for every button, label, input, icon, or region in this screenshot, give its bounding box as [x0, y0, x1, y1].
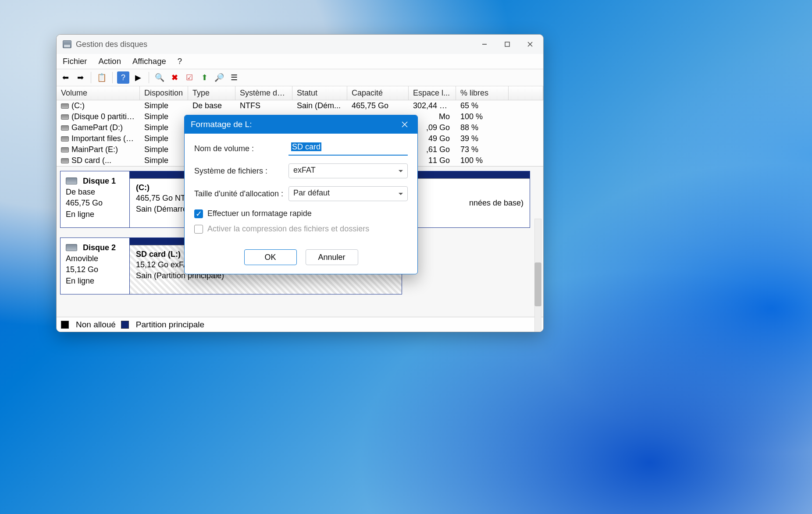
list-icon[interactable]: ☰ [228, 71, 240, 84]
close-button[interactable] [519, 35, 541, 54]
volume-icon [61, 147, 69, 152]
dialog-title: Formatage de L: [191, 120, 252, 129]
svg-rect-1 [505, 42, 509, 46]
partition-right: nnées de base) [469, 199, 524, 207]
dialog-close-icon[interactable] [398, 118, 411, 131]
volume-list-header: Volume Disposition Type Système de... St… [57, 86, 543, 100]
volume-name-label: Nom de volume : [194, 144, 288, 153]
allocation-label: Taille d'unité d'allocation : [194, 189, 288, 199]
compression-label: Activer la compression des fichiers et d… [207, 224, 369, 234]
partition-title: (C:) [136, 183, 150, 192]
disk-base: De base [66, 188, 95, 196]
col-pct[interactable]: % libres [456, 86, 509, 100]
disk-info: Disque 1 De base 465,75 Go En ligne [61, 171, 130, 227]
legend-unallocated: Non alloué [76, 320, 116, 330]
volume-icon [61, 103, 69, 109]
col-capacity[interactable]: Capacité [347, 86, 409, 100]
ok-button[interactable]: OK [244, 249, 297, 265]
col-disposition[interactable]: Disposition [140, 86, 188, 100]
legend-primary: Partition principale [136, 320, 204, 330]
refresh-icon[interactable]: 🔍 [153, 71, 166, 84]
help-icon[interactable]: ? [117, 71, 129, 84]
cancel-button[interactable]: Annuler [306, 249, 358, 265]
titlebar[interactable]: Gestion des disques [57, 35, 543, 54]
play-icon[interactable]: ▶ [132, 71, 144, 84]
minimize-button[interactable] [473, 35, 496, 54]
filesystem-select[interactable]: exFAT [288, 163, 408, 178]
toolbar: ⬅ ➡ 📋 ? ▶ 🔍 ✖ ☑ ⬆ 🔎 ☰ [57, 69, 543, 86]
quick-format-checkbox[interactable]: ✓ [194, 209, 203, 218]
format-dialog: Formatage de L: Nom de volume : SD card … [184, 115, 418, 274]
menu-fichier[interactable]: Fichier [63, 57, 87, 66]
disk-name: Disque 1 [83, 177, 116, 185]
allocation-select[interactable]: Par défaut [288, 186, 408, 201]
quick-format-label: Effectuer un formatage rapide [207, 209, 312, 218]
menu-affichage[interactable]: Affichage [132, 57, 166, 66]
allocation-value: Par défaut [293, 188, 330, 197]
app-icon [63, 40, 71, 48]
col-volume[interactable]: Volume [57, 86, 140, 100]
disk-name: Disque 2 [83, 243, 116, 252]
maximize-button[interactable] [496, 35, 519, 54]
swatch-primary [121, 321, 129, 329]
window-title: Gestion des disques [76, 40, 147, 49]
volume-name-input[interactable]: SD card [288, 142, 408, 156]
disk-icon [66, 244, 77, 251]
compression-checkbox[interactable] [194, 225, 203, 234]
col-fs[interactable]: Système de... [235, 86, 292, 100]
search-icon[interactable]: 🔎 [213, 71, 225, 84]
menu-action[interactable]: Action [99, 57, 121, 66]
disk-state: En ligne [66, 276, 94, 285]
volume-icon [61, 136, 69, 142]
partition-title: SD card (L:) [136, 250, 181, 259]
volume-icon [61, 158, 69, 163]
scrollbar-thumb[interactable] [534, 262, 541, 306]
col-free[interactable]: Espace l... [409, 86, 456, 100]
forward-icon[interactable]: ➡ [74, 71, 86, 84]
back-icon[interactable]: ⬅ [59, 71, 71, 84]
filesystem-label: Système de fichiers : [194, 167, 288, 176]
menu-help[interactable]: ? [178, 57, 182, 66]
disk-state: En ligne [66, 210, 94, 219]
disk-icon [66, 177, 77, 184]
disk-info: Disque 2 Amovible 15,12 Go En ligne [61, 238, 130, 294]
disk-size: 15,12 Go [66, 265, 98, 274]
disk-base: Amovible [66, 254, 98, 263]
check-icon[interactable]: ☑ [183, 71, 196, 84]
partition-line3: Sain (Démarrer [136, 205, 190, 213]
col-status[interactable]: Statut [292, 86, 347, 100]
legend: Non alloué Partition principale [57, 317, 543, 332]
volume-icon [61, 125, 69, 131]
volume-name-value: SD card [291, 142, 321, 151]
calendar-icon[interactable]: 📋 [96, 71, 108, 84]
up-icon[interactable]: ⬆ [198, 71, 210, 84]
dialog-titlebar[interactable]: Formatage de L: [185, 115, 417, 134]
swatch-unallocated [61, 321, 69, 329]
menu-bar: Fichier Action Affichage ? [57, 54, 543, 69]
col-type[interactable]: Type [188, 86, 235, 100]
table-row[interactable]: (C:)SimpleDe baseNTFSSain (Dém...465,75 … [57, 100, 543, 111]
filesystem-value: exFAT [293, 166, 316, 174]
delete-icon[interactable]: ✖ [168, 71, 181, 84]
volume-icon [61, 114, 69, 120]
disk-size: 465,75 Go [66, 199, 103, 207]
